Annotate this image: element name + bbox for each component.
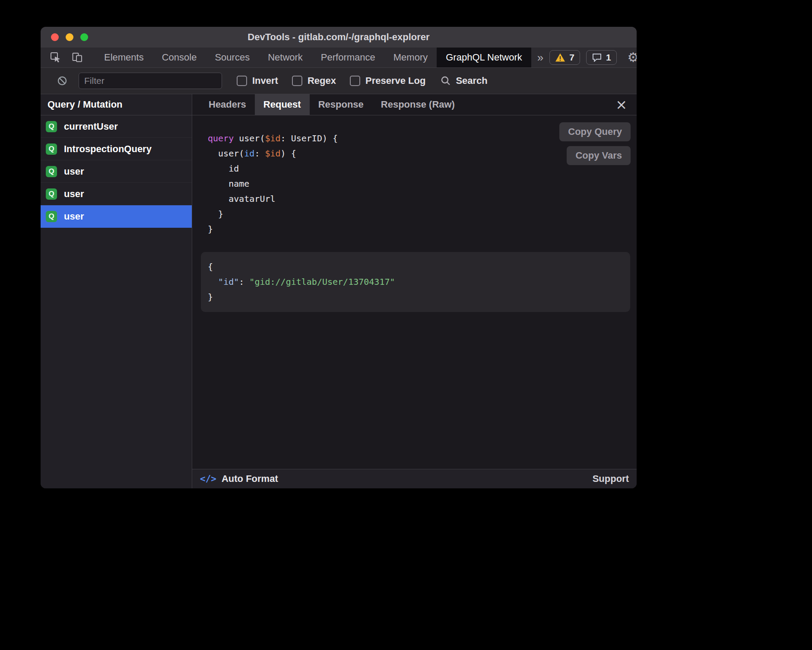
query-list: QcurrentUserQIntrospectionQueryQuserQuse… [41,115,192,488]
detail-tab-list: HeadersRequestResponseResponse (Raw) [200,94,463,115]
query-list-item-user[interactable]: Quser [41,183,192,205]
zoom-window-button[interactable] [80,33,88,41]
code-line: } [208,290,623,305]
window-title: DevTools - gitlab.com/-/graphql-explorer [41,32,637,43]
checkbox-label: Invert [252,75,278,86]
request-tab-content: Copy Query Copy Vars query user($id: Use… [192,115,637,469]
devtools-tab-bar: ElementsConsoleSourcesNetworkPerformance… [41,48,637,68]
code-line: avatarUrl [208,191,637,207]
checkbox-label: Preserve Log [365,75,425,86]
query-type-badge: Q [46,166,57,177]
warning-icon [555,53,565,62]
search-control[interactable]: Search [440,75,487,86]
devtools-tab-console[interactable]: Console [153,48,206,67]
checkbox-box[interactable] [292,76,302,86]
code-line: } [208,207,637,222]
query-sidebar: Query / Mutation QcurrentUserQIntrospect… [41,94,192,488]
query-type-badge: Q [46,211,57,222]
checkbox-label: Regex [308,75,336,86]
query-variables-box: { "id": "gid://gitlab/User/13704317"} [201,252,630,312]
warnings-badge[interactable]: 7 [549,50,580,65]
issues-badge[interactable]: 1 [586,50,617,65]
query-name-label: currentUser [64,121,118,132]
devtools-tab-list: ElementsConsoleSourcesNetworkPerformance… [95,48,531,67]
query-list-item-introspectionquery[interactable]: QIntrospectionQuery [41,138,192,160]
copy-query-button[interactable]: Copy Query [559,122,631,141]
support-link[interactable]: Support [593,473,629,484]
query-type-badge: Q [46,121,57,132]
checkbox-box[interactable] [237,76,247,86]
search-label: Search [456,75,487,86]
filter-input[interactable] [79,73,222,89]
query-name-label: user [64,166,84,177]
search-icon [440,75,451,86]
filter-checkbox-group: InvertRegexPreserve Log [237,75,425,86]
issues-count: 1 [606,52,611,63]
devtools-window: DevTools - gitlab.com/-/graphql-explorer… [41,27,637,488]
code-line: { [208,259,623,274]
query-name-label: user [64,188,84,200]
checkbox-invert[interactable]: Invert [237,75,278,86]
query-list-item-user[interactable]: Quser [41,205,192,228]
copy-vars-button[interactable]: Copy Vars [567,146,631,165]
devtools-tab-network[interactable]: Network [259,48,312,67]
query-list-header: Query / Mutation [41,94,192,115]
device-toolbar-icon[interactable] [67,48,88,67]
warnings-count: 7 [569,52,574,63]
query-list-item-user[interactable]: Quser [41,160,192,183]
code-line: name [208,176,637,191]
devtools-tab-memory[interactable]: Memory [384,48,437,67]
close-panel-icon[interactable]: × [615,98,627,112]
code-line: } [208,222,637,237]
query-type-badge: Q [46,188,57,200]
devtools-tab-sources[interactable]: Sources [206,48,259,67]
detail-panel: HeadersRequestResponseResponse (Raw) × C… [192,94,637,488]
query-name-label: IntrospectionQuery [64,143,152,155]
message-icon [592,52,602,63]
code-brackets-icon: </> [200,474,216,484]
clear-log-icon[interactable] [52,75,73,86]
panel-status-bar: </> Auto Format Support [192,469,637,488]
settings-gear-icon[interactable]: ⚙ [623,51,637,64]
detail-tab-response[interactable]: Response [310,94,372,115]
more-tabs-chevron[interactable]: » [531,48,549,67]
close-window-button[interactable] [51,33,59,41]
toolbar-right-group: 7 1 ⚙ [549,48,637,67]
minimize-window-button[interactable] [66,33,73,41]
screen: DevTools - gitlab.com/-/graphql-explorer… [0,0,812,650]
detail-tab-response-raw[interactable]: Response (Raw) [372,94,463,115]
checkbox-box[interactable] [350,76,360,86]
title-bar: DevTools - gitlab.com/-/graphql-explorer [41,27,637,48]
auto-format-button[interactable]: Auto Format [222,473,278,484]
detail-tab-headers[interactable]: Headers [200,94,255,115]
checkbox-preserve-log[interactable]: Preserve Log [350,75,425,86]
devtools-tab-elements[interactable]: Elements [95,48,153,67]
main-area: Query / Mutation QcurrentUserQIntrospect… [41,94,637,488]
query-type-badge: Q [46,143,57,155]
window-controls [51,33,88,41]
checkbox-regex[interactable]: Regex [292,75,336,86]
code-line: "id": "gid://gitlab/User/13704317" [208,274,623,290]
query-list-item-currentuser[interactable]: QcurrentUser [41,115,192,138]
inspect-element-icon[interactable] [45,48,67,67]
detail-tab-request[interactable]: Request [255,94,310,115]
devtools-tab-graphql-network[interactable]: GraphQL Network [437,48,531,67]
query-name-label: user [64,211,84,222]
filter-bar: InvertRegexPreserve Log Search [41,68,637,94]
devtools-tab-performance[interactable]: Performance [312,48,384,67]
detail-tab-bar: HeadersRequestResponseResponse (Raw) × [192,94,637,115]
